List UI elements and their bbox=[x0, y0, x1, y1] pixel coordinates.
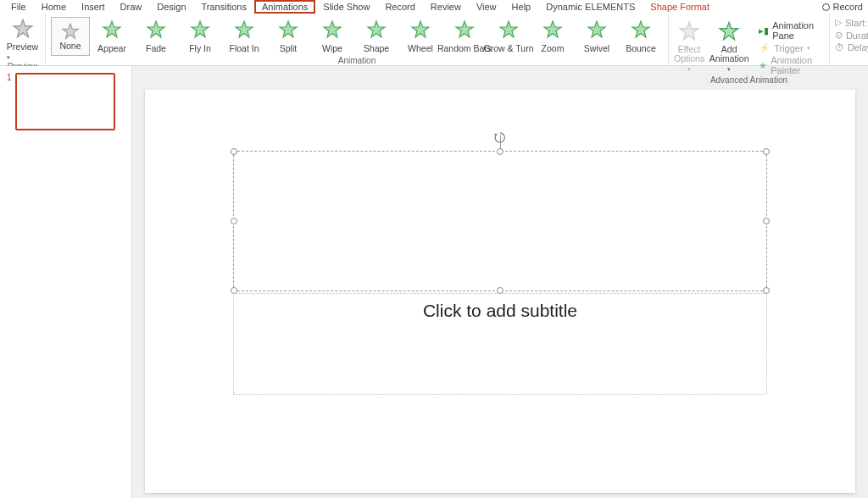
animation-appear[interactable]: Appear bbox=[90, 19, 134, 53]
star-icon bbox=[102, 19, 122, 42]
animation-grow-turn[interactable]: Grow & Turn bbox=[487, 19, 531, 53]
slide[interactable]: Click to add subtitle bbox=[145, 90, 855, 493]
tab-help[interactable]: Help bbox=[504, 1, 539, 13]
animation-pane-button[interactable]: ▸▮Animation Pane bbox=[759, 20, 819, 41]
tab-home[interactable]: Home bbox=[34, 1, 74, 13]
tab-transitions[interactable]: Transitions bbox=[194, 1, 254, 13]
star-icon bbox=[366, 19, 387, 42]
ribbon: Preview▾ Preview None AppearFadeFly InFl… bbox=[0, 14, 868, 66]
star-icon bbox=[631, 19, 651, 42]
tab-record[interactable]: Record bbox=[377, 1, 422, 13]
animation-wipe[interactable]: Wipe bbox=[310, 19, 354, 53]
tab-slideshow[interactable]: Slide Show bbox=[315, 1, 377, 13]
star-icon bbox=[542, 19, 563, 42]
preview-button[interactable]: Preview▾ bbox=[5, 17, 40, 62]
star-icon bbox=[234, 19, 254, 42]
resize-handle[interactable] bbox=[231, 218, 237, 224]
resize-handle[interactable] bbox=[497, 148, 504, 155]
record-label: Record bbox=[833, 2, 863, 12]
animation-random-bars[interactable]: Random Bars bbox=[442, 19, 487, 53]
trigger-button: ⚡Trigger ▾ bbox=[759, 42, 819, 53]
slide-thumbnail-panel[interactable]: 1 bbox=[0, 66, 132, 498]
animation-wheel[interactable]: Wheel bbox=[398, 19, 442, 53]
animation-bounce[interactable]: Bounce bbox=[619, 19, 663, 53]
menu-bar: File Home Insert Draw Design Transitions… bbox=[0, 0, 868, 14]
record-button[interactable]: Record bbox=[822, 2, 865, 12]
star-icon bbox=[146, 19, 166, 42]
subtitle-placeholder[interactable]: Click to add subtitle bbox=[233, 293, 767, 395]
tab-review[interactable]: Review bbox=[423, 1, 469, 13]
resize-handle[interactable] bbox=[763, 218, 770, 224]
resize-handle[interactable] bbox=[763, 148, 770, 155]
workspace: 1 Click to add subtit bbox=[0, 66, 868, 498]
title-placeholder[interactable] bbox=[233, 151, 767, 291]
star-icon bbox=[190, 19, 210, 42]
timing-group: ▷Start: ⊙Duration: ⏱Delay: bbox=[830, 14, 868, 53]
animation-shape[interactable]: Shape bbox=[354, 19, 398, 53]
tab-dynamic-elements[interactable]: Dynamic ELEMENTS bbox=[538, 1, 643, 13]
tab-shape-format[interactable]: Shape Format bbox=[643, 1, 717, 13]
start-field: ▷Start: bbox=[835, 17, 868, 28]
pane-icon: ▸▮ bbox=[759, 25, 769, 36]
star-icon bbox=[278, 19, 298, 42]
animation-float-in[interactable]: Float In bbox=[222, 19, 266, 53]
tab-animations[interactable]: Animations bbox=[254, 0, 315, 14]
star-icon bbox=[322, 19, 342, 42]
animation-none[interactable]: None bbox=[51, 17, 90, 56]
animation-zoom[interactable]: Zoom bbox=[531, 19, 575, 53]
animation-fade[interactable]: Fade bbox=[134, 19, 178, 53]
slide-canvas-area[interactable]: Click to add subtitle bbox=[132, 66, 868, 498]
star-icon bbox=[498, 19, 519, 42]
animation-swivel[interactable]: Swivel bbox=[575, 19, 619, 53]
tab-file[interactable]: File bbox=[3, 1, 34, 13]
tab-insert[interactable]: Insert bbox=[74, 1, 113, 13]
resize-handle[interactable] bbox=[231, 148, 237, 155]
star-icon bbox=[410, 19, 431, 42]
record-icon bbox=[822, 3, 830, 11]
slide-number: 1 bbox=[7, 73, 12, 130]
tab-design[interactable]: Design bbox=[149, 1, 193, 13]
delay-field: ⏱Delay: bbox=[835, 42, 868, 53]
animation-fly-in[interactable]: Fly In bbox=[178, 19, 222, 53]
add-animation-button[interactable]: AddAnimation ▾ bbox=[711, 19, 747, 74]
slide-thumbnail-1[interactable] bbox=[15, 73, 115, 130]
star-icon bbox=[454, 19, 475, 42]
trigger-icon: ⚡ bbox=[759, 42, 771, 53]
duration-field: ⊙Duration: bbox=[835, 30, 868, 41]
subtitle-placeholder-text: Click to add subtitle bbox=[423, 301, 577, 321]
star-icon bbox=[587, 19, 607, 42]
effect-options-button: EffectOptions ▾ bbox=[674, 19, 704, 74]
animation-split[interactable]: Split bbox=[266, 19, 310, 53]
tab-draw[interactable]: Draw bbox=[113, 1, 150, 13]
tab-view[interactable]: View bbox=[469, 1, 504, 13]
